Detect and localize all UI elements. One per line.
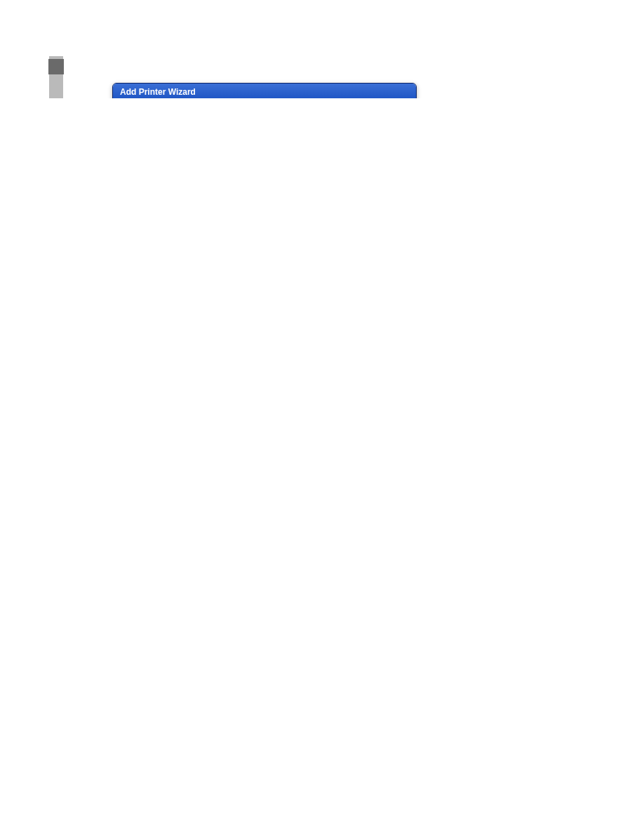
side-marker-top [48,59,64,74]
dialog-titlebar: Add Printer Wizard [113,84,416,98]
add-printer-wizard-dialog-1: Add Printer Wizard Install Printer Softw… [112,83,417,98]
